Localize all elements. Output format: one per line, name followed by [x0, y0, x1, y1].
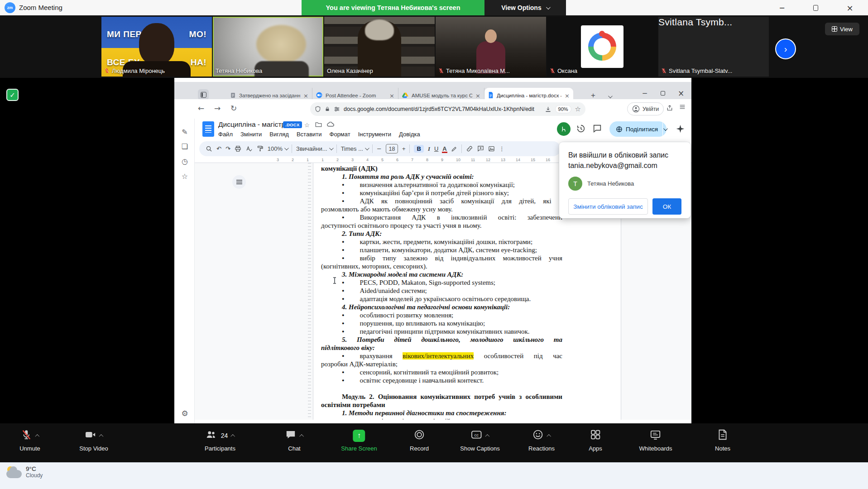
toolbar-share-screen-button[interactable]: ↑Share Screen	[341, 429, 377, 452]
toolbar-notes-button[interactable]: Notes	[715, 429, 730, 452]
tab-close-icon[interactable]: ×	[565, 92, 570, 99]
participant-tile[interactable]: Олена Казачінер	[324, 17, 435, 77]
participant-tile[interactable]: МИ ПЕРЕМО!ВСЕ БУНА!Людмила Міронець	[101, 17, 212, 77]
toolbar-apps-button[interactable]: Apps	[589, 429, 602, 452]
zoom-logo-icon: zm	[5, 2, 15, 13]
browser-menu-icon[interactable]	[679, 103, 686, 113]
paint-format-icon[interactable]	[257, 145, 264, 152]
signin-button[interactable]: Увійти	[627, 102, 664, 115]
insert-link-icon[interactable]	[466, 145, 473, 152]
version-history-icon[interactable]	[576, 124, 586, 135]
font-size-increase[interactable]: +	[402, 145, 406, 152]
menu-item[interactable]: Формат	[330, 131, 350, 138]
highlight-button[interactable]	[451, 146, 457, 152]
insert-image-icon[interactable]	[488, 145, 495, 152]
share-dropdown[interactable]	[662, 121, 667, 137]
ok-button[interactable]: ОК	[652, 198, 681, 215]
extension-icon[interactable]	[557, 122, 571, 136]
url-text[interactable]: docs.google.com/document/d/1zjrd5x6TCY2V…	[344, 106, 541, 112]
rail-gear-icon[interactable]: ⚙	[180, 408, 190, 418]
search-icon[interactable]	[206, 145, 212, 152]
tab-close-icon[interactable]: ×	[303, 92, 308, 99]
text-color-button[interactable]: A	[442, 145, 446, 152]
rail-star-icon[interactable]: ☆	[180, 171, 190, 181]
gallery-view-button[interactable]: View	[825, 23, 859, 35]
spellcheck-icon[interactable]	[245, 145, 253, 152]
chevron-up-icon[interactable]	[99, 434, 103, 438]
redo-icon[interactable]: ↷	[225, 145, 230, 152]
participant-tile[interactable]: Оксана	[547, 17, 657, 77]
next-participants-button[interactable]: ›	[775, 38, 796, 59]
toolbar-show-captions-button[interactable]: ccShow Captions	[460, 429, 499, 452]
toolbar-participants-button[interactable]: 24Participants	[205, 429, 235, 452]
gemini-spark-icon[interactable]	[676, 124, 685, 135]
chevron-up-icon[interactable]	[547, 434, 551, 438]
address-bar[interactable]: docs.google.com/document/d/1zjrd5x6TCY2V…	[310, 102, 585, 116]
rail-clock-icon[interactable]: ◷	[180, 156, 190, 166]
zoom-select[interactable]: 100%	[268, 145, 288, 152]
download-icon[interactable]	[545, 106, 551, 113]
browser-close-button[interactable]: ×	[675, 87, 687, 99]
styles-select[interactable]: Звичайни...	[296, 145, 332, 152]
chevron-up-icon[interactable]	[35, 434, 39, 438]
move-folder-icon[interactable]	[315, 121, 322, 129]
page-zoom-badge[interactable]: 90%	[555, 105, 571, 113]
cloud-status-icon[interactable]	[327, 121, 335, 129]
menu-item[interactable]: Інструменти	[358, 131, 391, 138]
font-size-decrease[interactable]: −	[377, 145, 382, 152]
rail-pen-icon[interactable]: ✎	[180, 127, 190, 137]
back-button[interactable]: ←	[198, 104, 204, 113]
italic-button[interactable]: I	[428, 145, 430, 153]
undo-icon[interactable]: ↶	[216, 145, 221, 152]
toolbar-unmute-button[interactable]: Unmute	[19, 429, 40, 452]
weather-widget[interactable]: 9°C Cloudy	[6, 465, 43, 479]
bookmark-star-icon[interactable]: ☆	[575, 105, 581, 113]
browser-restore-button[interactable]	[657, 87, 669, 99]
tab-close-icon[interactable]: ×	[475, 92, 480, 99]
reload-button[interactable]: ↻	[230, 104, 237, 113]
participant-tile[interactable]: Тетяна Небикова	[213, 17, 323, 77]
new-tab-button[interactable]: +	[591, 91, 595, 100]
share-button[interactable]: Поділитися	[609, 121, 667, 137]
tab-search-button[interactable]	[198, 89, 209, 100]
toolbar-reactions-button[interactable]: Reactions	[528, 429, 555, 452]
print-icon[interactable]	[235, 145, 241, 152]
close-button[interactable]: ×	[844, 2, 856, 14]
document-title[interactable]: Дисципліна - магістр	[218, 120, 285, 129]
menu-item[interactable]: Довідка	[399, 131, 420, 138]
font-select[interactable]: Times ...	[341, 145, 368, 152]
document-outline-button[interactable]	[232, 175, 246, 189]
change-account-button[interactable]: Змінити обліковий запис	[568, 198, 648, 215]
menu-item[interactable]: Вигляд	[269, 131, 289, 138]
tab-close-icon[interactable]: ×	[389, 92, 394, 99]
restore-button[interactable]	[810, 2, 821, 14]
tune-icon[interactable]	[334, 106, 340, 112]
view-options-button[interactable]: View Options	[484, 0, 566, 15]
underline-button[interactable]: U	[434, 145, 438, 152]
chevron-up-icon[interactable]	[299, 434, 304, 438]
browser-minimize-button[interactable]: −	[639, 87, 651, 99]
toolbar-record-button[interactable]: Record	[410, 429, 429, 452]
chevron-down-icon	[546, 5, 551, 10]
menu-item[interactable]: Вставити	[297, 131, 322, 138]
site-info-icon[interactable]	[315, 106, 321, 112]
forward-button[interactable]: →	[214, 104, 221, 113]
chevron-up-icon[interactable]	[485, 434, 489, 438]
toolbar-more-icon[interactable]: ⋮	[499, 145, 505, 152]
toolbar-whiteboards-button[interactable]: Whiteboards	[639, 429, 672, 452]
comments-icon[interactable]	[592, 124, 602, 135]
minimize-button[interactable]: −	[776, 2, 788, 14]
toolbar-chat-button[interactable]: Chat	[285, 429, 304, 452]
rail-pages-icon[interactable]: ❏	[180, 141, 190, 151]
chevron-up-icon[interactable]	[230, 434, 235, 438]
add-comment-icon[interactable]	[477, 145, 484, 152]
font-size-field[interactable]: 18	[386, 144, 398, 153]
menu-item[interactable]: Файл	[218, 131, 233, 138]
toolbar-stop-video-button[interactable]: Stop Video	[79, 429, 108, 452]
profile-share-icon[interactable]	[666, 104, 673, 114]
star-icon[interactable]: ☆	[304, 121, 310, 129]
bold-button[interactable]: B	[414, 145, 423, 153]
menu-item[interactable]: Змінити	[240, 131, 262, 138]
participant-tile[interactable]: Тетяна Миколаївна М...	[436, 17, 546, 77]
participant-tile[interactable]: Svitlana Tsymb...Svitlana Tsymbal-Slatv.…	[658, 17, 769, 77]
